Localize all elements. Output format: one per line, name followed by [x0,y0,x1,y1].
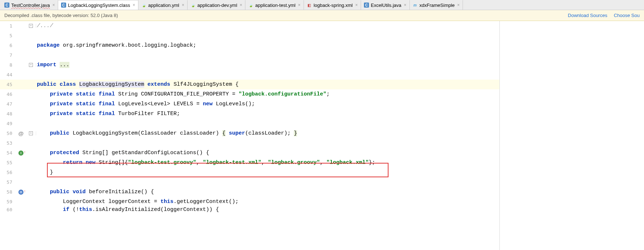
close-icon[interactable]: × [457,3,460,8]
code-line[interactable]: 49 [0,119,499,128]
line-number: 46 [0,92,16,97]
expand-icon[interactable]: + [29,24,33,28]
tab-label: ExcelUtils.java [371,3,402,8]
tab-label: application-dev.yml [197,3,237,8]
code-line[interactable]: 46 private static final String CONFIGURA… [0,89,499,99]
editor: 1+/.../56package org.springframework.boo… [0,21,644,250]
expand-icon[interactable]: + [29,131,33,135]
code-text[interactable]: public class LogbackLoggingSystem extend… [36,81,499,88]
fold-gutter: + [26,24,36,28]
code-text[interactable]: LoggerContext loggerContext = this.getLo… [36,199,499,205]
code-text[interactable]: if (!this.isAlreadyInitialized(loggerCon… [36,207,499,213]
line-number: 56 [0,170,16,175]
line-number: 54 [0,150,16,156]
gutter-marker: I↑ [16,151,26,156]
code-line[interactable]: 55 return new String[]{"logback-test.gro… [0,158,499,168]
download-sources-link[interactable]: Download Sources [568,13,607,18]
tab-label: application-test.yml [255,3,295,8]
code-line[interactable]: 60 if (!this.isAlreadyInitialized(logger… [0,207,499,212]
code-line[interactable]: 58O↑ public void beforeInitialize() { [0,187,499,197]
code-text[interactable]: import ... [36,62,499,68]
tab-excelutils-java[interactable]: CExcelUtils.java× [361,0,410,10]
code-text[interactable]: package org.springframework.boot.logging… [36,42,499,48]
close-icon[interactable]: × [355,3,358,8]
line-number: 5 [0,33,16,38]
line-number: 49 [0,121,16,126]
file-icon: C [364,3,369,8]
notice-actions: Download Sources Choose Sou [568,13,640,18]
notice-text: Decompiled .class file, bytecode version… [4,13,118,18]
choose-sources-link[interactable]: Choose Sou [614,13,640,18]
tab-logback-spring-xml[interactable]: ◧logback-spring.xml× [304,0,361,10]
line-number: 48 [0,111,16,116]
tab-application-dev-yml[interactable]: 🍃application-dev.yml× [188,0,245,10]
code-text[interactable]: private static final String CONFIGURATIO… [36,91,499,97]
code-line[interactable]: 7 [0,50,499,60]
close-icon[interactable]: × [240,3,242,8]
code-line[interactable]: 5 [0,31,499,41]
tab-xdxframesimple[interactable]: mxdxFrameSimple× [410,0,463,10]
tab-label: LogbackLoggingSystem.class [68,3,130,8]
tab-bar: CTestController.java×CLogbackLoggingSyst… [0,0,644,10]
code-line[interactable]: 1+/.../ [0,21,499,31]
code-text[interactable]: private static final LogLevels<Level> LE… [36,101,499,107]
close-icon[interactable]: × [298,3,301,8]
line-number: 50 [0,131,16,136]
file-icon: C [4,3,9,8]
tab-logbackloggingsystem-class[interactable]: CLogbackLoggingSystem.class× [58,0,138,10]
code-text[interactable]: /.../ [36,23,499,29]
line-number: 6 [0,43,16,48]
close-icon[interactable]: × [133,3,135,8]
line-number: 58 [0,189,16,195]
tab-testcontroller-java[interactable]: CTestController.java× [1,0,58,10]
line-number: 57 [0,179,16,185]
code-line[interactable]: 8+import ... [0,60,499,70]
fold-gutter: + [26,63,36,67]
code-text[interactable]: protected String[] getStandardConfigLoca… [36,150,499,156]
line-number: 47 [0,101,16,107]
file-icon: 🍃 [190,3,196,8]
code-text[interactable]: public void beforeInitialize() { [36,189,499,195]
line-number: 44 [0,72,16,77]
code-line[interactable]: 53 [0,138,499,148]
code-line[interactable]: 48 private static final TurboFilter FILT… [0,109,499,119]
close-icon[interactable]: × [404,3,407,8]
line-number: 8 [0,62,16,68]
line-number: 1 [0,23,16,29]
file-icon: ◧ [307,3,312,8]
tab-label: TestController.java [11,3,50,8]
close-icon[interactable]: × [182,3,184,8]
override-marker-icon[interactable]: O↑ [18,190,23,195]
notice-bar: Decompiled .class file, bytecode version… [0,10,644,21]
code-text[interactable]: } [36,169,499,175]
code-text[interactable]: public LogbackLoggingSystem(ClassLoader … [36,130,499,136]
tab-label: logback-spring.xml [314,3,353,8]
right-pane [499,21,644,250]
file-icon: m [413,3,418,8]
code-line[interactable]: 44 [0,70,499,80]
close-icon[interactable]: × [52,3,55,8]
fold-gutter: + [26,131,36,135]
expand-icon[interactable]: + [29,63,33,67]
line-number: 60 [0,207,16,212]
code-text[interactable]: return new String[]{"logback-test.groovy… [36,160,499,166]
code-text[interactable]: private static final TurboFilter FILTER; [36,111,499,117]
implement-marker-icon[interactable]: I↑ [18,151,23,156]
file-icon: C [61,3,66,8]
file-icon: 🍃 [248,3,253,8]
tab-label: application.yml [148,3,179,8]
gutter-marker: @ [16,130,26,136]
code-line[interactable]: 45public class LogbackLoggingSystem exte… [0,80,499,89]
line-number: 55 [0,160,16,165]
line-number: 59 [0,199,16,204]
code-line[interactable]: 54I↑ protected String[] getStandardConfi… [0,148,499,158]
code-line[interactable]: 56 } [0,168,499,177]
code-line[interactable]: 59 LoggerContext loggerContext = this.ge… [0,197,499,207]
code-line[interactable]: 57 [0,177,499,187]
code-line[interactable]: 47 private static final LogLevels<Level>… [0,99,499,109]
code-line[interactable]: 50@+ public LogbackLoggingSystem(ClassLo… [0,128,499,138]
tab-application-yml[interactable]: 🍃application.yml× [138,0,188,10]
tab-application-test-yml[interactable]: 🍃application-test.yml× [245,0,304,10]
code-line[interactable]: 6package org.springframework.boot.loggin… [0,41,499,50]
line-number: 53 [0,140,16,146]
